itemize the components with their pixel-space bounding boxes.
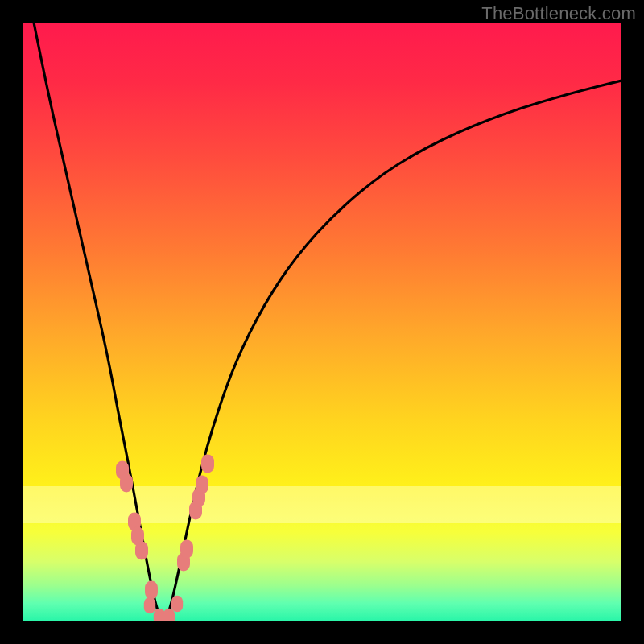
plot-area [23,23,621,621]
bead-marker [171,596,183,613]
curve-layer [23,23,621,621]
bead-group [116,455,214,622]
bead-marker [196,476,208,494]
outer-frame: TheBottleneck.com [0,0,644,644]
bead-marker [201,455,214,473]
bead-marker [120,474,133,493]
attribution-text: TheBottleneck.com [481,3,636,24]
bead-marker [145,581,158,600]
bead-marker [135,542,148,560]
bead-marker [144,597,155,614]
bottleneck-curve [34,23,621,618]
bead-marker [180,540,193,559]
